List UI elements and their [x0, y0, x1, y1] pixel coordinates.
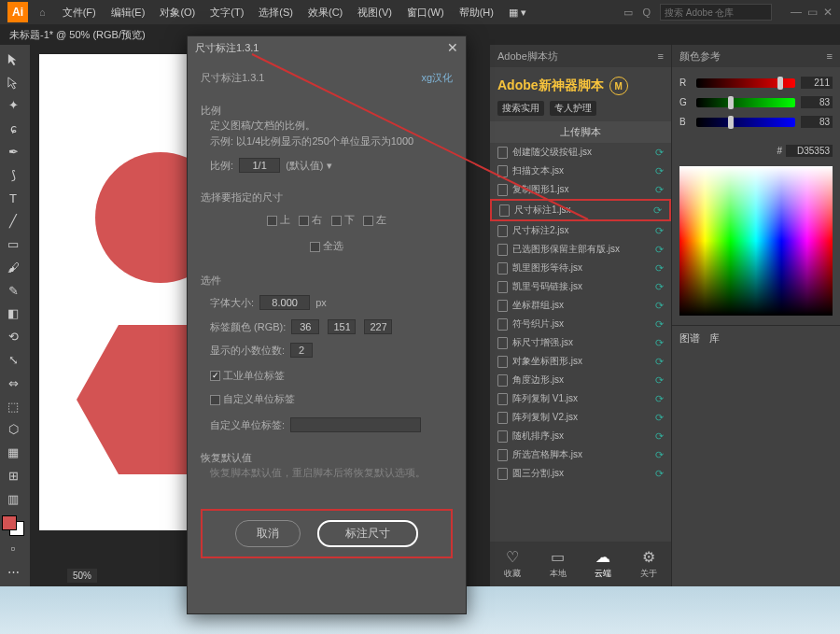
chk-down[interactable]: 下	[331, 212, 355, 229]
refresh-icon[interactable]: ⟳	[655, 468, 664, 480]
selection-tool-icon[interactable]	[2, 49, 24, 70]
menu-select[interactable]: 选择(S)	[253, 3, 299, 22]
b-slider[interactable]	[696, 118, 795, 127]
script-item[interactable]: 创建随父级按钮.jsx⟳	[490, 143, 671, 162]
script-item[interactable]: 尺寸标注1.jsx⟳	[490, 199, 671, 221]
script-item[interactable]: 扫描文本.jsx⟳	[490, 162, 671, 180]
nav-about[interactable]: ⚙关于	[640, 548, 657, 580]
curvature-tool-icon[interactable]: ⟆	[2, 164, 24, 186]
chk-industrial[interactable]: 工业单位标签	[210, 368, 285, 385]
shaper-tool-icon[interactable]: ✎	[2, 280, 24, 302]
chk-custom[interactable]: 自定义单位标签	[210, 391, 295, 408]
rotate-tool-icon[interactable]: ⟲	[2, 326, 24, 347]
perspective-tool-icon[interactable]: ▦	[2, 442, 24, 463]
script-item[interactable]: 标尺寸增强.jsx⟳	[490, 333, 671, 352]
rectangle-tool-icon[interactable]: ▭	[2, 233, 24, 255]
script-item[interactable]: 圆三分割.jsx⟳	[490, 464, 671, 483]
dialog-lang-link[interactable]: xg汉化	[421, 70, 453, 87]
pen-tool-icon[interactable]: ✒	[2, 141, 24, 162]
font-size-input[interactable]	[259, 295, 310, 310]
script-item[interactable]: 所选宫格脚本.jsx⟳	[490, 445, 671, 464]
chk-right[interactable]: 右	[299, 212, 322, 229]
refresh-icon[interactable]: ⟳	[655, 281, 664, 293]
tab-spectrum[interactable]: 图谱	[679, 331, 700, 345]
menu-edit[interactable]: 编辑(E)	[105, 3, 151, 22]
script-item[interactable]: 已选图形保留主部有版.jsx⟳	[490, 240, 671, 259]
upload-tab[interactable]: 上传脚本	[490, 121, 671, 143]
chk-all[interactable]: 全选	[310, 238, 343, 255]
b-value[interactable]: 83	[801, 116, 833, 128]
home-icon[interactable]: ⌂	[39, 7, 46, 18]
script-item[interactable]: 对象坐标图形.jsx⟳	[490, 352, 671, 371]
refresh-icon[interactable]: ⟳	[655, 300, 664, 312]
decimals-input[interactable]	[290, 343, 313, 358]
script-item[interactable]: 阵列复制 V1.jsx⟳	[490, 389, 671, 408]
refresh-icon[interactable]: ⟳	[655, 262, 664, 275]
menu-type[interactable]: 文字(T)	[204, 3, 249, 22]
script-item[interactable]: 符号织片.jsx⟳	[490, 315, 671, 333]
refresh-icon[interactable]: ⟳	[655, 449, 664, 461]
refresh-icon[interactable]: ⟳	[655, 318, 664, 331]
lasso-tool-icon[interactable]: ɕ	[2, 118, 24, 139]
window-close-icon[interactable]: ✕	[823, 6, 833, 19]
color-r-input[interactable]	[291, 319, 319, 334]
edit-toolbar-icon[interactable]: ⋯	[2, 561, 24, 583]
script-item[interactable]: 坐标群组.jsx⟳	[490, 296, 671, 315]
direct-select-tool-icon[interactable]	[2, 72, 24, 93]
zoom-level[interactable]: 50%	[67, 569, 97, 583]
refresh-icon[interactable]: ⟳	[655, 393, 664, 405]
dialog-titlebar[interactable]: 尺寸标注1.3.1 ✕	[188, 36, 466, 59]
chk-left[interactable]: 左	[363, 212, 386, 229]
menu-help[interactable]: 帮助(H)	[454, 3, 499, 22]
width-tool-icon[interactable]: ⇔	[2, 373, 24, 394]
menu-file[interactable]: 文件(F)	[57, 3, 102, 22]
refresh-icon[interactable]: ⟳	[655, 165, 664, 177]
refresh-icon[interactable]: ⟳	[655, 184, 664, 196]
script-item[interactable]: 复制图形1.jsx⟳	[490, 180, 671, 199]
close-icon[interactable]: ✕	[447, 40, 458, 55]
tag-practical[interactable]: 搜索实用	[497, 101, 544, 116]
r-value[interactable]: 211	[801, 77, 833, 89]
refresh-icon[interactable]: ⟳	[655, 244, 664, 256]
custom-unit-input[interactable]	[290, 417, 421, 432]
scale-tool-icon[interactable]: ⤡	[2, 349, 24, 371]
nav-cloud[interactable]: ☁云端	[595, 548, 611, 580]
script-item[interactable]: 凯里号码链接.jsx⟳	[490, 277, 671, 296]
shape-builder-tool-icon[interactable]: ⬡	[2, 419, 24, 441]
menu-view[interactable]: 视图(V)	[352, 3, 398, 22]
refresh-icon[interactable]: ⟳	[655, 412, 664, 424]
refresh-icon[interactable]: ⟳	[655, 147, 664, 159]
script-item[interactable]: 阵列复制 V2.jsx⟳	[490, 408, 671, 427]
menu-window[interactable]: 窗口(W)	[401, 3, 450, 22]
cancel-button[interactable]: 取消	[235, 520, 301, 547]
chk-up[interactable]: 上	[267, 212, 290, 229]
ok-button[interactable]: 标注尺寸	[317, 520, 418, 547]
nav-favorites[interactable]: ♡收藏	[504, 548, 521, 580]
refresh-icon[interactable]: ⟳	[655, 356, 664, 368]
chevron-down-icon[interactable]: ▾	[327, 160, 332, 171]
refresh-icon[interactable]: ⟳	[655, 430, 664, 443]
color-g-input[interactable]	[328, 319, 356, 334]
screen-mode-icon[interactable]: ▫	[2, 538, 24, 559]
window-restore-icon[interactable]: ▭	[807, 6, 818, 19]
refresh-icon[interactable]: ⟳	[653, 204, 662, 217]
search-input[interactable]	[660, 4, 772, 21]
line-tool-icon[interactable]: ╱	[2, 210, 24, 232]
free-transform-tool-icon[interactable]: ⬚	[2, 396, 24, 417]
nav-local[interactable]: ▭本地	[550, 548, 567, 580]
g-slider[interactable]	[696, 98, 795, 107]
menu-extra-icon[interactable]: ▦ ▾	[503, 4, 532, 21]
paintbrush-tool-icon[interactable]: 🖌	[2, 257, 24, 278]
search-icon[interactable]: Q	[642, 7, 651, 18]
window-minimize-icon[interactable]: —	[791, 6, 802, 19]
script-item[interactable]: 随机排序.jsx⟳	[490, 427, 671, 445]
magic-wand-tool-icon[interactable]: ✦	[2, 95, 24, 117]
menu-effect[interactable]: 效果(C)	[302, 3, 348, 22]
g-value[interactable]: 83	[801, 96, 833, 108]
eraser-tool-icon[interactable]: ◧	[2, 303, 24, 325]
refresh-icon[interactable]: ⟳	[655, 374, 664, 387]
refresh-icon[interactable]: ⟳	[655, 225, 664, 237]
hex-value[interactable]: D35353	[786, 145, 833, 157]
gradient-tool-icon[interactable]: ▥	[2, 488, 24, 510]
refresh-icon[interactable]: ⟳	[655, 337, 664, 349]
